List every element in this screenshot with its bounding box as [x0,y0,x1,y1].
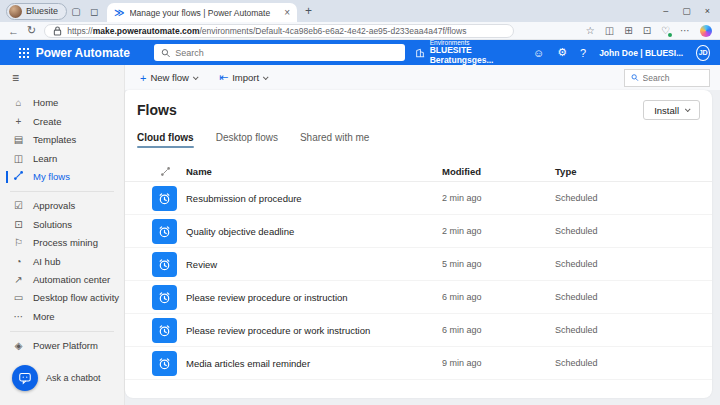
install-button[interactable]: Install [643,100,700,120]
book-icon: ◫ [12,153,25,164]
sidebar-item-solutions[interactable]: ⊡ Solutions [0,215,124,233]
column-header-type[interactable]: Type [555,166,712,177]
flow-type: Scheduled [555,193,712,203]
import-arrow-icon: ⇤ [219,71,228,84]
flow-name[interactable]: Review [186,259,434,270]
browser-essentials-icon[interactable]: ♡ [661,25,670,36]
flows-tabs: Cloud flows Desktop flows Shared with me [125,120,712,148]
tab-desktop-flows[interactable]: Desktop flows [216,132,278,148]
flow-modified: 5 min ago [442,259,547,269]
flow-type: Scheduled [555,292,712,302]
sidebar-item-power-platform[interactable]: ◈ Power Platform [0,336,124,354]
flow-modified: 2 min ago [442,226,547,236]
flow-name[interactable]: Quality objective deadline [186,226,434,237]
flow-modified: 6 min ago [442,292,547,302]
home-icon: ⌂ [12,97,25,108]
user-avatar[interactable]: JD [696,45,710,61]
app-title[interactable]: Power Automate [36,46,130,60]
environment-name: BLUESITE Beratungsges... [430,46,520,66]
sidebar-item-home[interactable]: ⌂ Home [0,94,124,112]
flows-search-input[interactable] [643,73,703,83]
sidebar-item-desktop-flow-activity[interactable]: ▭ Desktop flow activity [0,289,124,307]
settings-gear-icon[interactable]: ⚙ [557,46,567,59]
sidebar-item-automation-center[interactable]: ↗ Automation center [0,270,124,288]
column-header-name[interactable]: Name [186,166,434,177]
global-search[interactable] [154,44,405,61]
sidebar-item-create[interactable]: + Create [0,112,124,130]
feedback-icon[interactable]: ☺ [533,47,544,59]
power-platform-icon: ◈ [12,340,25,351]
split-screen-icon[interactable]: ◫ [605,25,614,36]
sidebar-item-more[interactable]: ⋯ More [0,307,124,325]
flows-search[interactable] [624,69,710,87]
new-tab-button[interactable]: + [305,4,312,18]
table-row[interactable]: Quality objective deadline 2 min ago Sch… [125,215,712,248]
window-minimize-button[interactable]: – [663,6,668,16]
tab-shared-with-me[interactable]: Shared with me [300,132,369,148]
sidebar-item-learn[interactable]: ◫ Learn [0,149,124,167]
browser-tab[interactable]: ≫ Manage your flows | Power Automate × [107,3,297,22]
essentials-status-dot [668,33,672,37]
table-row[interactable]: Review 5 min ago Scheduled [125,248,712,281]
search-icon [161,48,170,58]
sidebar-item-approvals[interactable]: ☑ Approvals [0,197,124,215]
table-row[interactable]: Resubmission of procedure 2 min ago Sche… [125,182,712,215]
collections-icon[interactable]: ⊡ [643,25,651,36]
column-header-modified[interactable]: Modified [442,166,547,177]
sidebar-collapse-button[interactable]: ≡ [0,70,124,87]
flow-type: Scheduled [555,226,712,236]
favorites-bar-icon[interactable]: ⊞ [624,25,632,36]
chevron-down-icon [685,106,691,112]
scheduled-flow-icon [152,186,177,211]
sidebar-nav: ≡ ⌂ Home + Create ▤ Templates ◫ Learn [0,65,125,405]
window-maximize-button[interactable]: ▢ [682,6,691,16]
tab-cloud-flows[interactable]: Cloud flows [137,132,194,148]
browser-profile-button[interactable]: Bluesite [6,3,67,20]
approvals-icon: ☑ [12,200,25,211]
sidebar-item-ai-hub[interactable]: ◔ AI hub [0,252,124,270]
waffle-menu-button[interactable] [0,40,32,65]
global-search-input[interactable] [175,48,397,58]
table-row[interactable]: Media articles email reminder 9 min ago … [125,347,712,380]
flow-name[interactable]: Please review procedure or instruction [186,292,434,303]
more-menu-icon[interactable]: ⋯ [680,25,690,36]
main-content: + New flow ⇤ Import Flows [125,65,720,405]
flow-icon [12,170,25,183]
scheduled-flow-icon [152,252,177,277]
new-flow-button[interactable]: + New flow [140,72,197,84]
table-row[interactable]: Please review procedure or work instruct… [125,314,712,347]
sidebar-item-process-mining[interactable]: ⚐ Process mining [0,233,124,251]
address-bar[interactable]: https://make.powerautomate.com/environme… [44,24,514,38]
window-close-button[interactable]: × [705,6,710,16]
scheduled-flow-icon [152,351,177,376]
sidebar-item-templates[interactable]: ▤ Templates [0,130,124,148]
flow-name[interactable]: Media articles email reminder [186,358,434,369]
help-icon[interactable]: ? [580,47,586,59]
workspaces-icon[interactable]: ▢ [67,6,85,17]
chat-bubble-icon [18,371,32,385]
back-icon[interactable]: ← [8,25,19,37]
import-button[interactable]: ⇤ Import [219,71,267,84]
power-automate-favicon-icon: ≫ [114,7,124,18]
flow-name[interactable]: Please review procedure or work instruct… [186,325,434,336]
flow-modified: 2 min ago [442,193,547,203]
copilot-icon[interactable] [700,25,712,37]
flow-name[interactable]: Resubmission of procedure [186,193,434,204]
chatbot-launcher[interactable]: Ask a chatbot [0,355,124,405]
environment-picker[interactable]: Environments BLUESITE Beratungsges... [405,39,520,66]
refresh-icon[interactable]: ↻ [27,24,36,37]
chatbot-button[interactable] [12,365,38,391]
scheduled-flow-icon [152,285,177,310]
user-account-label[interactable]: John Doe | BLUESI... [599,48,683,58]
favorite-star-icon[interactable]: ☆ [586,25,595,36]
browser-toolbar: ← ↻ https://make.powerautomate.com/envir… [0,22,720,40]
sidebar-item-my-flows[interactable]: My flows [0,167,124,185]
tab-close-icon[interactable]: × [284,7,290,18]
table-row[interactable]: Please review procedure or instruction 6… [125,281,712,314]
tab-actions-icon[interactable]: ◻ [85,6,103,17]
table-header-row: Name Modified Type [125,161,712,182]
app-header: Power Automate Environments BLUESITE Ber… [0,40,720,65]
lock-icon [53,26,62,36]
hamburger-icon: ≡ [12,71,19,85]
tab-title: Manage your flows | Power Automate [130,8,280,18]
